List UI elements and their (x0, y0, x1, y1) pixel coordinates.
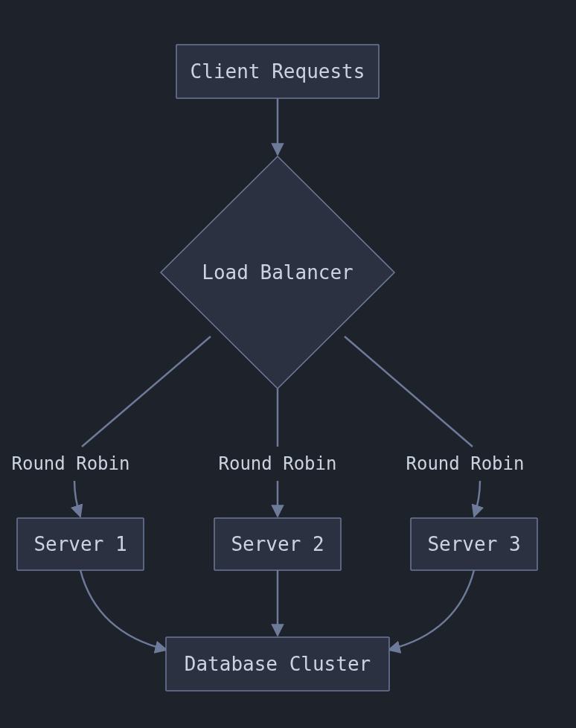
edge-lb-to-server3-segment1 (345, 336, 473, 447)
node-lb-label: Load Balancer (202, 261, 353, 284)
node-db-label: Database Cluster (185, 653, 371, 675)
node-client-label: Client Requests (191, 60, 365, 83)
edge-server3-to-db (388, 570, 474, 650)
node-server-2: Server 2 (214, 518, 341, 570)
node-server-3: Server 3 (411, 518, 537, 570)
node-database-cluster: Database Cluster (166, 637, 389, 691)
node-server-1: Server 1 (17, 518, 144, 570)
edge-lb-to-server1-segment2 (74, 481, 80, 517)
edge-server1-to-db (80, 570, 167, 650)
edge-label-lb-s2: Round Robin (219, 453, 337, 474)
edge-lb-to-server3-segment2 (474, 481, 480, 517)
node-server2-label: Server 2 (231, 533, 324, 555)
architecture-diagram: Round Robin Round Robin Round Robin Clie… (0, 0, 576, 728)
node-server1-label: Server 1 (33, 533, 127, 555)
node-client-requests: Client Requests (176, 45, 379, 98)
edge-label-lb-s1: Round Robin (12, 453, 130, 474)
edge-label-lb-s3: Round Robin (406, 453, 525, 474)
node-load-balancer: Load Balancer (161, 156, 394, 389)
node-server3-label: Server 3 (427, 533, 520, 555)
edge-lb-to-server1-segment1 (82, 336, 211, 447)
